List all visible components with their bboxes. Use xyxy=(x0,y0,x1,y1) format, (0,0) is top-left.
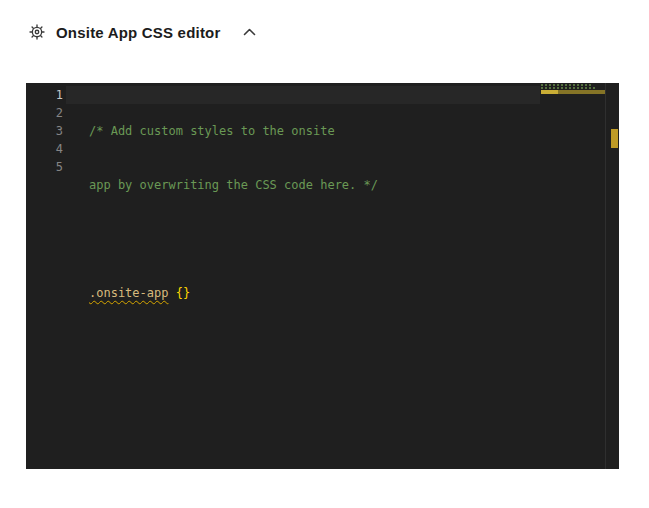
code-line: app by overwriting the CSS code here. */ xyxy=(89,176,539,194)
line-number-gutter: 1 2 3 4 5 xyxy=(26,86,63,176)
minimap-warning-highlight xyxy=(558,90,606,94)
line-number: 2 xyxy=(26,104,63,122)
code-line: /* Add custom styles to the onsite xyxy=(89,122,539,140)
minimap-comment-marks xyxy=(541,84,591,86)
css-braces: {} xyxy=(176,286,190,300)
gear-icon xyxy=(29,24,45,40)
css-selector: .onsite-app xyxy=(89,286,168,300)
code-line xyxy=(89,338,539,356)
line-number: 5 xyxy=(26,158,63,176)
minimap-selector-mark xyxy=(541,90,558,94)
code-area[interactable]: /* Add custom styles to the onsite app b… xyxy=(89,86,539,392)
scrollbar-divider xyxy=(605,83,606,469)
css-comment: app by overwriting the CSS code here. */ xyxy=(89,178,378,192)
css-code-editor[interactable]: 1 2 3 4 5 /* Add custom styles to the on… xyxy=(26,83,619,469)
page-title: Onsite App CSS editor xyxy=(56,24,221,41)
minimap-comment-marks xyxy=(541,87,595,89)
overview-ruler-warning-marker[interactable] xyxy=(611,129,618,148)
line-number: 4 xyxy=(26,140,63,158)
code-line xyxy=(89,230,539,248)
code-line: .onsite-app {} xyxy=(89,284,539,302)
editor-header: Onsite App CSS editor xyxy=(29,24,258,40)
css-comment: /* Add custom styles to the onsite xyxy=(89,124,335,138)
minimap[interactable] xyxy=(541,83,607,103)
collapse-section-button[interactable] xyxy=(241,26,258,38)
chevron-up-icon xyxy=(243,28,256,36)
code-text xyxy=(168,286,175,300)
line-number: 1 xyxy=(26,86,63,104)
line-number: 3 xyxy=(26,122,63,140)
